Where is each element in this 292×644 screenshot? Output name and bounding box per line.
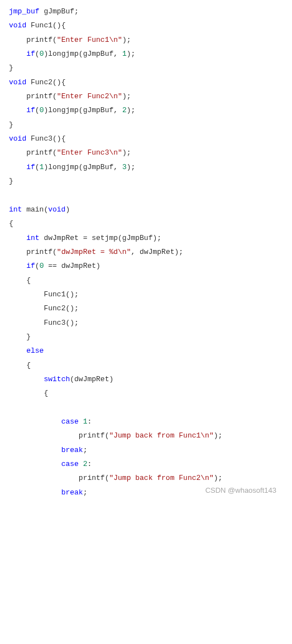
keyword-else: else (26, 347, 44, 355)
identifier: gJmpBuf; (40, 7, 79, 16)
keyword-int: int (9, 205, 22, 214)
paren: ); (122, 36, 131, 44)
paren: ( (52, 248, 57, 256)
number: 3 (122, 163, 127, 171)
text: == dwJmpRet) (44, 262, 100, 270)
number: 2 (122, 106, 127, 114)
keyword-int: int (26, 234, 39, 242)
keyword-void: void (48, 205, 65, 214)
semi: ; (83, 488, 88, 497)
type-keyword: jmp_buf (9, 7, 40, 16)
call-printf: printf (79, 431, 105, 440)
brace: } (26, 333, 31, 341)
semi: ; (83, 446, 88, 454)
brace: } (9, 177, 13, 185)
brace: { (44, 389, 48, 397)
text: )longjmp(gJmpBuf, (44, 50, 122, 58)
paren: ( (52, 36, 57, 44)
call: Func1(); (44, 290, 78, 299)
string-literal: "Enter Func3\n" (57, 148, 122, 157)
colon: : (87, 417, 92, 426)
string-literal: "Enter Func2\n" (57, 92, 122, 100)
text: dwJmpRet = setjmp(gJmpBuf); (40, 234, 161, 242)
text: , dwJmpRet); (131, 248, 183, 256)
keyword-break: break (61, 488, 83, 497)
keyword-case: case (61, 460, 79, 468)
string-literal: "Enter Func1\n" (57, 36, 122, 44)
keyword-void: void (9, 21, 26, 30)
function-name: Func3(){ (26, 134, 65, 143)
brace: { (9, 219, 13, 228)
call-printf: printf (79, 474, 105, 482)
brace: { (26, 276, 31, 285)
paren: ( (35, 262, 40, 270)
paren: ( (35, 50, 40, 58)
paren: ); (122, 148, 131, 157)
call-printf: printf (26, 36, 52, 44)
text: ); (127, 50, 136, 58)
call: Func2(); (44, 304, 78, 313)
string-literal: "Jump back from Func2\n" (109, 474, 213, 482)
colon: : (87, 460, 92, 468)
text: )longjmp(gJmpBuf, (44, 106, 122, 114)
brace: } (9, 121, 13, 129)
text: (dwJmpRet) (70, 375, 113, 383)
keyword-case: case (61, 417, 79, 426)
call-printf: printf (26, 148, 52, 157)
paren: ( (35, 106, 40, 114)
paren: ); (214, 431, 223, 440)
paren: ); (122, 92, 131, 100)
keyword-if: if (26, 106, 35, 114)
string-literal: "Jump back from Func1\n" (109, 431, 213, 440)
text: ); (127, 106, 136, 114)
paren: ) (65, 205, 70, 214)
call: Func3(); (44, 319, 78, 327)
keyword-void: void (9, 78, 26, 86)
code-block: jmp_buf gJmpBuf; void Func1(){ printf("E… (9, 4, 283, 499)
number: 1 (122, 50, 127, 58)
paren: ( (52, 92, 57, 100)
call-printf: printf (26, 248, 52, 256)
paren: ( (52, 148, 57, 157)
paren: ( (35, 163, 40, 171)
function-name: main( (22, 205, 48, 214)
keyword-if: if (26, 163, 35, 171)
brace: } (9, 64, 13, 72)
paren: ); (214, 474, 223, 482)
text: )longjmp(gJmpBuf, (44, 163, 122, 171)
brace: { (26, 361, 31, 369)
text: ); (127, 163, 136, 171)
function-name: Func2(){ (26, 78, 65, 86)
space (79, 417, 83, 426)
keyword-switch: switch (44, 375, 70, 383)
keyword-if: if (26, 262, 35, 270)
call-printf: printf (26, 92, 52, 100)
function-name: Func1(){ (26, 21, 65, 30)
keyword-break: break (61, 446, 83, 454)
string-literal: "dwJmpRet = %d\n" (57, 248, 131, 256)
space (79, 460, 83, 468)
keyword-if: if (26, 50, 35, 58)
keyword-void: void (9, 134, 26, 143)
